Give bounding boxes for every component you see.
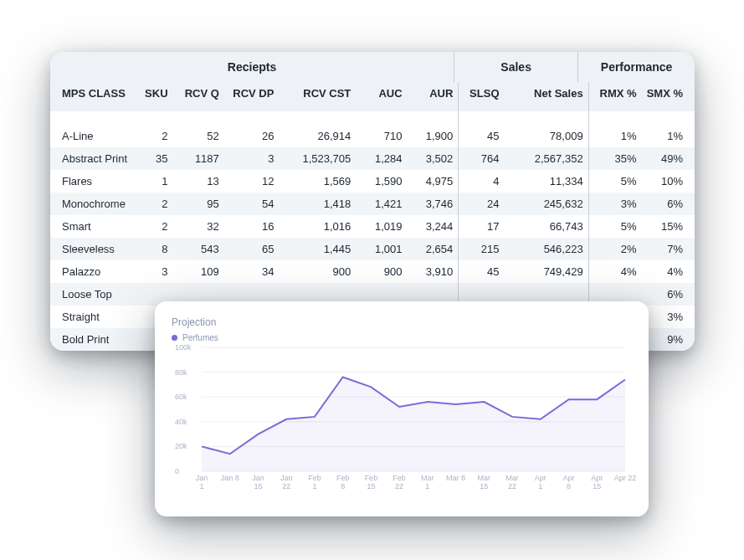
cell-smx: 9%	[642, 328, 695, 351]
cell-rcvcst: 26,914	[279, 111, 356, 147]
header-net-sales[interactable]: Net Sales	[505, 82, 589, 111]
header-auc[interactable]: AUC	[356, 82, 407, 111]
table-row[interactable]: Sleeveless8543651,4451,0012,654215546,22…	[50, 238, 695, 260]
header-mps-class[interactable]: MPS CLASS	[50, 82, 136, 111]
cell-sku: 2	[136, 215, 173, 238]
cell-mps_class: Smart	[50, 215, 136, 238]
cell-rcvdp: 34	[224, 260, 280, 283]
cell-rcvq: 13	[173, 170, 224, 193]
cell-mps_class: Flares	[50, 170, 136, 193]
y-tick-label: 40k	[175, 418, 187, 426]
cell-net_sales: 546,223	[505, 238, 589, 260]
header-rcvq[interactable]: RCV Q	[173, 82, 224, 111]
table-row[interactable]: Palazzo3109349009003,91045749,4294%4%	[50, 260, 695, 283]
cell-net_sales: 11,334	[505, 170, 589, 193]
cell-smx: 6%	[642, 283, 695, 306]
cell-rcvq: 52	[173, 111, 224, 147]
cell-sku: 8	[136, 238, 173, 260]
chart-svg	[172, 342, 632, 493]
cell-aur: 3,502	[408, 147, 459, 170]
cell-rmx: 1%	[588, 111, 641, 147]
projection-chart-card: Projection Perfumes 020k40k60k80k100kJan…	[155, 301, 649, 516]
cell-rcvcst: 1,445	[279, 238, 356, 260]
header-rmx[interactable]: RMX %	[588, 82, 641, 111]
cell-aur: 3,910	[408, 260, 459, 283]
chart-legend: Perfumes	[172, 333, 632, 342]
cell-rcvq: 109	[173, 260, 224, 283]
table-row[interactable]: Smart232161,0161,0193,2441766,7435%15%	[50, 215, 695, 238]
cell-smx: 1%	[642, 111, 695, 147]
cell-mps_class: Loose Top	[50, 283, 136, 306]
table-group-header-row: Reciepts Sales Performance	[50, 52, 695, 82]
cell-rcvcst: 1,016	[279, 215, 356, 238]
group-header-performance: Performance	[578, 52, 695, 82]
table-row[interactable]: A-Line2522626,9147101,9004578,0091%1%	[50, 111, 695, 147]
cell-slsq: 45	[459, 111, 505, 147]
header-slsq[interactable]: SLSQ	[459, 82, 505, 111]
cell-mps_class: Bold Print	[50, 328, 136, 351]
table-row[interactable]: Abstract Print35118731,523,7051,2843,502…	[50, 147, 695, 170]
cell-slsq: 45	[459, 260, 505, 283]
header-smx[interactable]: SMX %	[642, 82, 695, 111]
cell-smx: 49%	[642, 147, 695, 170]
cell-rcvcst: 1,418	[279, 193, 356, 215]
cell-rcvq: 543	[173, 238, 224, 260]
cell-auc: 710	[356, 111, 407, 147]
cell-aur: 3,746	[408, 193, 459, 215]
cell-sku: 35	[136, 147, 173, 170]
table-row[interactable]: Monochrome295541,4181,4213,74624245,6323…	[50, 193, 695, 215]
header-sku[interactable]: SKU	[136, 82, 173, 111]
group-header-sales: Sales	[454, 52, 578, 82]
x-tick-label: Mar 22	[500, 475, 525, 491]
cell-mps_class: Straight	[50, 306, 136, 328]
cell-sku: 3	[136, 260, 173, 283]
y-tick-label: 20k	[175, 442, 187, 450]
cell-sku: 1	[136, 170, 173, 193]
x-tick-label: Jan 15	[245, 475, 270, 491]
cell-smx: 10%	[642, 170, 695, 193]
x-tick-label: Feb 8	[331, 475, 356, 491]
table-row[interactable]: Flares113121,5691,5904,975411,3345%10%	[50, 170, 695, 193]
cell-mps_class: Monochrome	[50, 193, 136, 215]
cell-auc: 900	[356, 260, 407, 283]
group-header-receipts: Reciepts	[50, 52, 454, 82]
cell-slsq: 24	[459, 193, 505, 215]
cell-slsq: 764	[459, 147, 505, 170]
cell-rcvdp: 12	[224, 170, 280, 193]
cell-smx: 4%	[642, 260, 695, 283]
cell-rcvq: 95	[173, 193, 224, 215]
cell-rmx: 4%	[588, 260, 641, 283]
cell-rmx: 5%	[588, 215, 641, 238]
cell-aur: 2,654	[408, 238, 459, 260]
header-rcvcst[interactable]: RCV CST	[279, 82, 356, 111]
chart-title: Projection	[172, 316, 632, 328]
header-rcvdp[interactable]: RCV DP	[224, 82, 280, 111]
legend-label: Perfumes	[182, 333, 218, 342]
chart-plot-area[interactable]: 020k40k60k80k100kJan 1Jan 8Jan 15Jan 22F…	[172, 342, 632, 493]
cell-rcvdp: 26	[224, 111, 280, 147]
cell-sku: 2	[136, 193, 173, 215]
x-tick-label: Apr 8	[557, 475, 582, 491]
cell-auc: 1,590	[356, 170, 407, 193]
cell-rcvq: 32	[173, 215, 224, 238]
cell-mps_class: Abstract Print	[50, 147, 136, 170]
cell-rcvdp: 65	[224, 238, 280, 260]
cell-slsq: 4	[459, 170, 505, 193]
x-tick-label: Feb 1	[302, 475, 327, 491]
y-tick-label: 60k	[175, 393, 187, 401]
cell-aur: 4,975	[408, 170, 459, 193]
cell-mps_class: A-Line	[50, 111, 136, 147]
x-tick-label: Mar 1	[415, 475, 440, 491]
cell-rcvcst: 900	[279, 260, 356, 283]
header-aur[interactable]: AUR	[408, 82, 459, 111]
cell-rmx: 5%	[588, 170, 641, 193]
cell-smx: 15%	[642, 215, 695, 238]
cell-auc: 1,284	[356, 147, 407, 170]
x-tick-label: Apr 15	[584, 475, 609, 491]
cell-net_sales: 749,429	[505, 260, 589, 283]
cell-rmx: 2%	[588, 238, 641, 260]
x-tick-label: Mar 8	[444, 475, 469, 483]
cell-mps_class: Palazzo	[50, 260, 136, 283]
cell-rcvdp: 16	[224, 215, 280, 238]
cell-net_sales: 66,743	[505, 215, 589, 238]
